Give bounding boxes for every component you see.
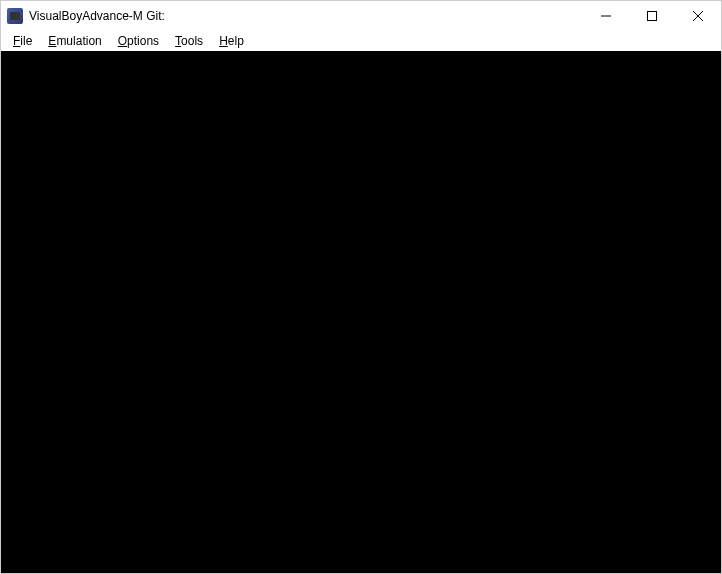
svg-rect-1 (648, 12, 657, 21)
window-titlebar: VisualBoyAdvance-M Git: (1, 1, 721, 31)
window-title: VisualBoyAdvance-M Git: (29, 9, 583, 23)
close-icon (693, 11, 703, 21)
window-controls (583, 1, 721, 31)
menu-file[interactable]: File (5, 32, 40, 50)
menu-tools[interactable]: Tools (167, 32, 211, 50)
app-icon (7, 8, 23, 24)
emulator-screen (1, 51, 721, 573)
minimize-icon (601, 11, 611, 21)
close-button[interactable] (675, 1, 721, 31)
menu-help[interactable]: Help (211, 32, 252, 50)
menubar: File Emulation Options Tools Help (1, 31, 721, 51)
menu-options[interactable]: Options (110, 32, 167, 50)
menu-emulation[interactable]: Emulation (40, 32, 109, 50)
maximize-icon (647, 11, 657, 21)
minimize-button[interactable] (583, 1, 629, 31)
maximize-button[interactable] (629, 1, 675, 31)
